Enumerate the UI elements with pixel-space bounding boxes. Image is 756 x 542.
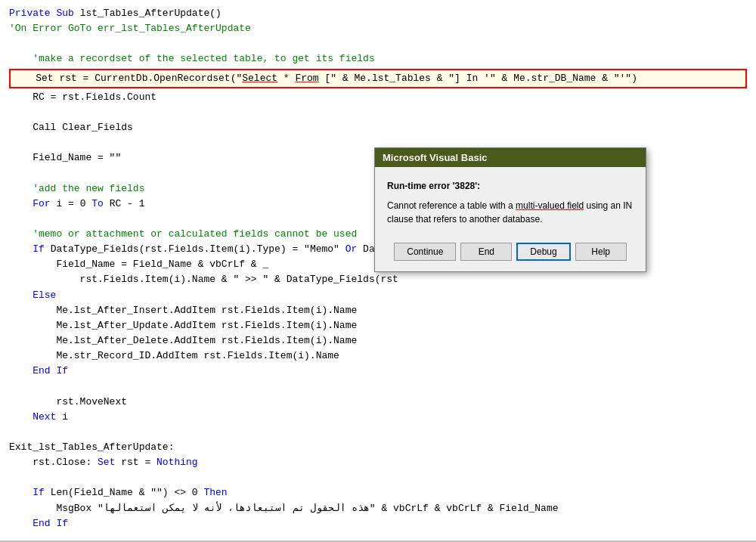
- code-line-33: MsgBox "هذه الحقول تم استبعادها، لأنه لا…: [9, 501, 747, 516]
- code-line-3: [9, 36, 747, 51]
- code-line-5-highlighted: Set rst = CurrentDb.OpenRecordset("Selec…: [9, 69, 747, 88]
- code-line-30: rst.Close: Set rst = Nothing: [9, 455, 747, 470]
- code-line-1: Private Sub lst_Tables_AfterUpdate(): [9, 6, 747, 21]
- code-line-19: Else: [9, 288, 747, 303]
- code-line-blank-1: [9, 105, 747, 120]
- code-line-21: Me.lst_After_Update.AddItem rst.Fields.I…: [9, 318, 747, 333]
- continue-button[interactable]: Continue: [394, 243, 456, 261]
- code-line-29: Exit_lst_Tables_AfterUpdate:: [9, 440, 747, 455]
- code-line-32: If Len(Field_Name & "") <> 0 Then: [9, 485, 747, 500]
- code-line-18: rst.Fields.Item(i).Name & " >> " & DataT…: [9, 272, 747, 287]
- code-line-blank-6: [9, 425, 747, 440]
- code-line-34: End If: [9, 516, 747, 531]
- code-line-blank-7: [9, 470, 747, 485]
- dialog-error-text: Cannot reference a table with a multi-va…: [387, 199, 634, 226]
- code-line-8: Call Clear_Fields: [9, 120, 747, 135]
- code-line-20: Me.lst_After_Insert.AddItem rst.Fields.I…: [9, 303, 747, 318]
- code-line-22: Me.lst_After_Delete.AddItem rst.Fields.I…: [9, 333, 747, 348]
- underlined-phrase: multi-valued field: [516, 200, 584, 211]
- code-line-26: rst.MoveNext: [9, 395, 747, 410]
- code-line-blank-5: [9, 379, 747, 394]
- code-line-23: Me.str_Record_ID.AddItem rst.Fields.Item…: [9, 348, 747, 364]
- dialog-titlebar: Microsoft Visual Basic: [375, 148, 646, 167]
- help-button[interactable]: Help: [575, 243, 627, 261]
- code-line-6: RC = rst.Fields.Count: [9, 90, 747, 105]
- error-dialog: Microsoft Visual Basic Run-time error '3…: [374, 147, 646, 272]
- code-line-2: 'On Error GoTo err_lst_Tables_AfterUpdat…: [9, 21, 747, 36]
- end-button[interactable]: End: [460, 243, 512, 261]
- dialog-title: Microsoft Visual Basic: [383, 152, 487, 163]
- dialog-error-title: Run-time error '3828':: [387, 181, 634, 191]
- code-line-4: 'make a recordset of the selected table,…: [9, 51, 747, 67]
- dialog-body: Run-time error '3828': Cannot reference …: [375, 167, 646, 235]
- dialog-buttons: Continue End Debug Help: [375, 235, 646, 271]
- code-line-24: End If: [9, 364, 747, 379]
- debug-button[interactable]: Debug: [516, 243, 570, 261]
- code-line-27: Next i: [9, 410, 747, 425]
